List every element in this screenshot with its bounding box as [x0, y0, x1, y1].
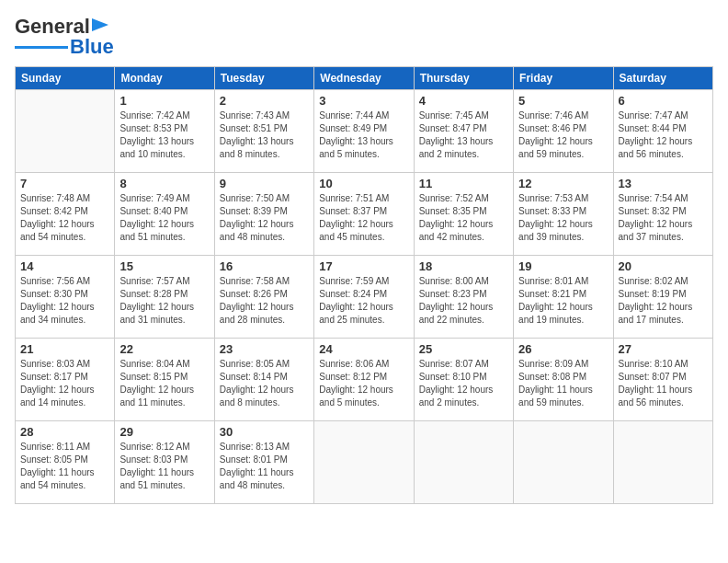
calendar-cell: 16Sunrise: 7:58 AM Sunset: 8:26 PM Dayli… [214, 256, 313, 339]
calendar-cell: 11Sunrise: 7:52 AM Sunset: 8:35 PM Dayli… [414, 173, 513, 256]
calendar-cell: 9Sunrise: 7:50 AM Sunset: 8:39 PM Daylig… [214, 173, 313, 256]
day-number: 1 [119, 94, 209, 108]
calendar-cell: 4Sunrise: 7:45 AM Sunset: 8:47 PM Daylig… [414, 90, 513, 173]
calendar-table: SundayMondayTuesdayWednesdayThursdayFrid… [15, 66, 713, 504]
calendar-cell: 15Sunrise: 7:57 AM Sunset: 8:28 PM Dayli… [115, 256, 214, 339]
cell-daylight-info: Sunrise: 7:45 AM Sunset: 8:47 PM Dayligh… [419, 109, 508, 161]
day-number: 13 [619, 177, 708, 190]
calendar-cell: 21Sunrise: 8:03 AM Sunset: 8:17 PM Dayli… [16, 339, 115, 421]
day-number: 4 [419, 94, 508, 108]
logo-arrow-icon [92, 17, 112, 33]
day-number: 27 [619, 342, 708, 356]
day-number: 23 [220, 342, 309, 356]
calendar-cell: 29Sunrise: 8:12 AM Sunset: 8:03 PM Dayli… [115, 421, 214, 504]
day-number: 29 [119, 425, 209, 439]
logo: General Blue [15, 15, 114, 59]
calendar-cell: 12Sunrise: 7:53 AM Sunset: 8:33 PM Dayli… [514, 173, 613, 256]
logo-blue: Blue [70, 35, 114, 59]
calendar-week-row: 21Sunrise: 8:03 AM Sunset: 8:17 PM Dayli… [16, 339, 713, 421]
calendar-cell: 2Sunrise: 7:43 AM Sunset: 8:51 PM Daylig… [214, 90, 313, 173]
calendar-cell [314, 421, 414, 504]
cell-daylight-info: Sunrise: 7:42 AM Sunset: 8:53 PM Dayligh… [119, 109, 209, 161]
calendar-cell: 18Sunrise: 8:00 AM Sunset: 8:23 PM Dayli… [414, 256, 513, 339]
day-number: 6 [619, 94, 708, 108]
day-number: 9 [220, 177, 309, 190]
cell-daylight-info: Sunrise: 8:12 AM Sunset: 8:03 PM Dayligh… [119, 441, 209, 492]
calendar-week-row: 1Sunrise: 7:42 AM Sunset: 8:53 PM Daylig… [16, 90, 713, 173]
cell-daylight-info: Sunrise: 7:56 AM Sunset: 8:30 PM Dayligh… [20, 275, 109, 327]
calendar-cell: 22Sunrise: 8:04 AM Sunset: 8:15 PM Dayli… [115, 339, 214, 421]
svg-marker-0 [92, 18, 108, 31]
calendar-cell [414, 421, 513, 504]
cell-daylight-info: Sunrise: 7:50 AM Sunset: 8:39 PM Dayligh… [220, 192, 309, 244]
calendar-cell [514, 421, 613, 504]
calendar-cell: 17Sunrise: 7:59 AM Sunset: 8:24 PM Dayli… [314, 256, 414, 339]
day-number: 26 [518, 342, 608, 356]
cell-daylight-info: Sunrise: 7:49 AM Sunset: 8:40 PM Dayligh… [119, 192, 209, 244]
day-number: 24 [319, 342, 408, 356]
calendar-cell: 20Sunrise: 8:02 AM Sunset: 8:19 PM Dayli… [613, 256, 712, 339]
day-number: 17 [319, 259, 408, 273]
day-number: 7 [20, 177, 109, 190]
calendar-cell: 24Sunrise: 8:06 AM Sunset: 8:12 PM Dayli… [314, 339, 414, 421]
cell-daylight-info: Sunrise: 8:04 AM Sunset: 8:15 PM Dayligh… [119, 358, 209, 409]
cell-daylight-info: Sunrise: 8:05 AM Sunset: 8:14 PM Dayligh… [220, 358, 309, 409]
cell-daylight-info: Sunrise: 7:51 AM Sunset: 8:37 PM Dayligh… [319, 192, 408, 244]
day-number: 28 [20, 425, 109, 439]
weekday-header-cell: Saturday [613, 67, 712, 90]
day-number: 20 [619, 259, 708, 273]
calendar-cell: 14Sunrise: 7:56 AM Sunset: 8:30 PM Dayli… [16, 256, 115, 339]
calendar-cell [16, 90, 115, 173]
cell-daylight-info: Sunrise: 7:58 AM Sunset: 8:26 PM Dayligh… [220, 275, 309, 327]
calendar-cell: 19Sunrise: 8:01 AM Sunset: 8:21 PM Dayli… [514, 256, 613, 339]
calendar-cell: 27Sunrise: 8:10 AM Sunset: 8:07 PM Dayli… [613, 339, 712, 421]
cell-daylight-info: Sunrise: 7:54 AM Sunset: 8:32 PM Dayligh… [619, 192, 708, 244]
cell-daylight-info: Sunrise: 7:48 AM Sunset: 8:42 PM Dayligh… [20, 192, 109, 244]
calendar-cell: 8Sunrise: 7:49 AM Sunset: 8:40 PM Daylig… [115, 173, 214, 256]
calendar-body: 1Sunrise: 7:42 AM Sunset: 8:53 PM Daylig… [16, 90, 713, 504]
day-number: 11 [419, 177, 508, 190]
calendar-cell: 30Sunrise: 8:13 AM Sunset: 8:01 PM Dayli… [214, 421, 313, 504]
cell-daylight-info: Sunrise: 8:07 AM Sunset: 8:10 PM Dayligh… [419, 358, 508, 409]
cell-daylight-info: Sunrise: 7:46 AM Sunset: 8:46 PM Dayligh… [518, 109, 608, 161]
day-number: 18 [419, 259, 508, 273]
calendar-cell: 25Sunrise: 8:07 AM Sunset: 8:10 PM Dayli… [414, 339, 513, 421]
day-number: 8 [119, 177, 209, 190]
weekday-header-cell: Monday [115, 67, 214, 90]
day-number: 10 [319, 177, 408, 190]
calendar-cell [613, 421, 712, 504]
cell-daylight-info: Sunrise: 7:44 AM Sunset: 8:49 PM Dayligh… [319, 109, 408, 161]
cell-daylight-info: Sunrise: 8:01 AM Sunset: 8:21 PM Dayligh… [518, 275, 608, 327]
day-number: 2 [220, 94, 309, 108]
day-number: 5 [518, 94, 608, 108]
weekday-header-cell: Thursday [414, 67, 513, 90]
cell-daylight-info: Sunrise: 7:59 AM Sunset: 8:24 PM Dayligh… [319, 275, 408, 327]
page-header: General Blue [15, 15, 713, 59]
day-number: 15 [119, 259, 209, 273]
day-number: 19 [518, 259, 608, 273]
day-number: 22 [119, 342, 209, 356]
calendar-cell: 5Sunrise: 7:46 AM Sunset: 8:46 PM Daylig… [514, 90, 613, 173]
cell-daylight-info: Sunrise: 8:10 AM Sunset: 8:07 PM Dayligh… [619, 358, 708, 409]
day-number: 25 [419, 342, 508, 356]
cell-daylight-info: Sunrise: 7:53 AM Sunset: 8:33 PM Dayligh… [518, 192, 608, 244]
cell-daylight-info: Sunrise: 7:43 AM Sunset: 8:51 PM Dayligh… [220, 109, 309, 161]
calendar-cell: 26Sunrise: 8:09 AM Sunset: 8:08 PM Dayli… [514, 339, 613, 421]
calendar-cell: 13Sunrise: 7:54 AM Sunset: 8:32 PM Dayli… [613, 173, 712, 256]
cell-daylight-info: Sunrise: 8:03 AM Sunset: 8:17 PM Dayligh… [20, 358, 109, 409]
cell-daylight-info: Sunrise: 7:52 AM Sunset: 8:35 PM Dayligh… [419, 192, 508, 244]
weekday-header-row: SundayMondayTuesdayWednesdayThursdayFrid… [16, 67, 713, 90]
calendar-cell: 7Sunrise: 7:48 AM Sunset: 8:42 PM Daylig… [16, 173, 115, 256]
weekday-header-cell: Wednesday [314, 67, 414, 90]
calendar-week-row: 28Sunrise: 8:11 AM Sunset: 8:05 PM Dayli… [16, 421, 713, 504]
cell-daylight-info: Sunrise: 8:02 AM Sunset: 8:19 PM Dayligh… [619, 275, 708, 327]
day-number: 30 [220, 425, 309, 439]
cell-daylight-info: Sunrise: 7:47 AM Sunset: 8:44 PM Dayligh… [619, 109, 708, 161]
calendar-cell: 10Sunrise: 7:51 AM Sunset: 8:37 PM Dayli… [314, 173, 414, 256]
calendar-cell: 6Sunrise: 7:47 AM Sunset: 8:44 PM Daylig… [613, 90, 712, 173]
cell-daylight-info: Sunrise: 8:11 AM Sunset: 8:05 PM Dayligh… [20, 441, 109, 492]
calendar-cell: 23Sunrise: 8:05 AM Sunset: 8:14 PM Dayli… [214, 339, 313, 421]
calendar-week-row: 14Sunrise: 7:56 AM Sunset: 8:30 PM Dayli… [16, 256, 713, 339]
day-number: 14 [20, 259, 109, 273]
calendar-cell: 28Sunrise: 8:11 AM Sunset: 8:05 PM Dayli… [16, 421, 115, 504]
